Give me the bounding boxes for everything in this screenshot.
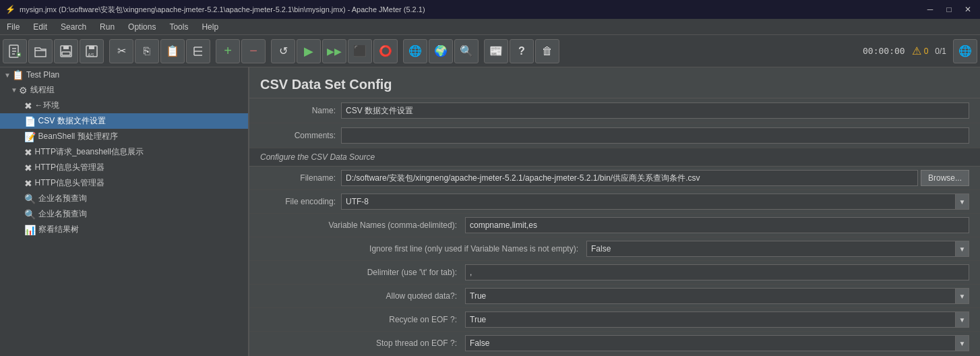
file-encoding-value: UTF-8 xyxy=(342,197,955,206)
allow-quoted-dropdown[interactable]: True ▼ xyxy=(465,288,969,304)
toolbar: AS ✂ ⎘ 📋 + − ↺ ▶ ▶▶ ⬛ ⭕ 🌐 🌍 🔍 📰 ? 🗑 00:0… xyxy=(0,35,980,67)
help-button[interactable]: ? xyxy=(510,39,534,63)
tree-label-test-plan: Test Plan xyxy=(26,70,59,80)
timer-display: 00:00:00 xyxy=(863,46,905,56)
tree-item-csv-config[interactable]: 📄 CSV 数据文件设置 xyxy=(0,113,248,129)
open-button[interactable] xyxy=(28,39,53,63)
warning-indicator: ⚠ 0 xyxy=(912,44,929,57)
allow-quoted-label: Allow quoted data?: xyxy=(260,291,462,301)
menu-run[interactable]: Run xyxy=(93,19,121,34)
delimiter-input[interactable] xyxy=(465,264,969,280)
paste-button[interactable]: 📋 xyxy=(160,39,185,63)
add-button[interactable]: + xyxy=(216,39,240,63)
tree-label-query1: 企业名预查询 xyxy=(38,193,87,204)
env-icon: ✖ xyxy=(24,100,32,111)
warning-count: 0 xyxy=(924,47,929,56)
maximize-button[interactable]: □ xyxy=(942,3,956,16)
tree-item-result-tree[interactable]: 📊 察看结果树 xyxy=(0,222,248,237)
file-encoding-arrow-icon[interactable]: ▼ xyxy=(955,194,969,209)
variable-names-input[interactable] xyxy=(465,217,969,233)
svg-rect-8 xyxy=(63,46,69,49)
comments-row: Comments: xyxy=(249,123,980,148)
delimiter-row: Delimiter (use '\t' for tab): xyxy=(249,261,980,285)
tree-item-http-request[interactable]: ✖ HTTP请求_beanshell信息展示 xyxy=(0,144,248,160)
allow-quoted-row: Allow quoted data?: True ▼ xyxy=(249,285,980,308)
remote-stop-button[interactable]: 🔍 xyxy=(454,39,479,63)
recycle-eof-arrow-icon[interactable]: ▼ xyxy=(955,312,969,327)
minimize-button[interactable]: ─ xyxy=(923,3,937,16)
stat-display: 0/1 xyxy=(935,47,946,56)
cut-button[interactable]: ✂ xyxy=(109,39,133,63)
svg-rect-9 xyxy=(62,52,70,55)
globe-button[interactable]: 🌐 xyxy=(953,39,977,63)
log-button[interactable]: 📰 xyxy=(484,39,508,63)
ignore-first-line-arrow-icon[interactable]: ▼ xyxy=(955,241,969,256)
svg-rect-11 xyxy=(89,46,94,49)
menu-edit[interactable]: Edit xyxy=(26,19,54,34)
remote-start-all-button[interactable]: 🌍 xyxy=(429,39,453,63)
tree-label-result-tree: 察看结果树 xyxy=(38,224,79,235)
start-button[interactable]: ▶ xyxy=(297,39,321,63)
recycle-eof-dropdown[interactable]: True ▼ xyxy=(465,312,969,328)
tree-item-query1[interactable]: 🔍 企业名预查询 xyxy=(0,191,248,206)
expand-icon-http-req xyxy=(19,148,23,156)
recycle-eof-row: Recycle on EOF ?: True ▼ xyxy=(249,308,980,332)
comments-input[interactable] xyxy=(341,127,969,144)
copy-button[interactable]: ⎘ xyxy=(135,39,159,63)
expand-icon-csv xyxy=(19,117,23,125)
stop-thread-eof-label: Stop thread on EOF ?: xyxy=(260,338,462,348)
remote-start-button[interactable]: 🌐 xyxy=(403,39,427,63)
stop-thread-eof-dropdown[interactable]: False ▼ xyxy=(465,335,969,351)
svg-text:AS: AS xyxy=(88,53,94,57)
delimiter-label: Delimiter (use '\t' for tab): xyxy=(260,268,462,277)
tree-item-query2[interactable]: 🔍 企业名预查询 xyxy=(0,206,248,222)
menu-tools[interactable]: Tools xyxy=(162,19,195,34)
stop-button[interactable]: ⬛ xyxy=(348,39,372,63)
ignore-first-line-dropdown[interactable]: False ▼ xyxy=(586,241,969,257)
menu-help[interactable]: Help xyxy=(195,19,225,34)
save-button[interactable] xyxy=(54,39,78,63)
main-area: ▼ 📋 Test Plan ▼ ⚙ 线程组 ✖ ←环境 📄 CSV 数据文件设置… xyxy=(0,67,980,356)
stop-thread-eof-row: Stop thread on EOF ?: False ▼ xyxy=(249,332,980,355)
stop-thread-eof-arrow-icon[interactable]: ▼ xyxy=(955,336,969,351)
window-controls: ─ □ ✕ xyxy=(923,3,975,16)
tree-item-thread-group[interactable]: ▼ ⚙ 线程组 xyxy=(0,82,248,98)
name-input[interactable] xyxy=(341,102,969,119)
http-request-icon: ✖ xyxy=(24,147,32,158)
file-encoding-dropdown[interactable]: UTF-8 ▼ xyxy=(341,194,969,210)
allow-quoted-arrow-icon[interactable]: ▼ xyxy=(955,289,969,303)
tree-label-csv-config: CSV 数据文件设置 xyxy=(38,115,106,127)
ignore-first-line-value: False xyxy=(587,244,955,254)
tree-label-beanshell: BeanShell 预处理程序 xyxy=(38,131,118,142)
clear-button[interactable]: 🗑 xyxy=(535,39,559,63)
tree-item-http-header2[interactable]: ✖ HTTP信息头管理器 xyxy=(0,175,248,191)
filename-row: Filename: D:/software/安装包/xingneng/apach… xyxy=(249,167,980,190)
menu-bar: File Edit Search Run Options Tools Help xyxy=(0,19,980,35)
tree-label-http-request: HTTP请求_beanshell信息展示 xyxy=(35,146,144,158)
save-as-button[interactable]: AS xyxy=(80,39,104,63)
shutdown-button[interactable]: ⭕ xyxy=(373,39,398,63)
test-plan-icon: 📋 xyxy=(12,69,24,80)
name-label: Name: xyxy=(260,106,341,115)
reset-button[interactable]: ↺ xyxy=(271,39,295,63)
new-button[interactable] xyxy=(3,39,27,63)
tree-item-http-header1[interactable]: ✖ HTTP信息头管理器 xyxy=(0,160,248,175)
menu-options[interactable]: Options xyxy=(121,19,162,34)
tree-item-env[interactable]: ✖ ←环境 xyxy=(0,98,248,113)
expand-icon-test-plan: ▼ xyxy=(4,71,11,79)
ignore-first-line-row: Ignore first line (only used if Variable… xyxy=(249,237,980,261)
tree-item-test-plan[interactable]: ▼ 📋 Test Plan xyxy=(0,67,248,82)
expand-icon-thread-group: ▼ xyxy=(11,86,18,94)
menu-file[interactable]: File xyxy=(0,19,26,34)
menu-search[interactable]: Search xyxy=(54,19,93,34)
http-header2-icon: ✖ xyxy=(24,178,32,189)
result-tree-icon: 📊 xyxy=(24,225,36,235)
browse-button[interactable]: Browse... xyxy=(921,170,969,186)
expand-button[interactable] xyxy=(186,39,210,63)
recycle-eof-label: Recycle on EOF ?: xyxy=(260,315,462,324)
ignore-first-line-label: Ignore first line (only used if Variable… xyxy=(260,244,584,254)
start-no-pause-button[interactable]: ▶▶ xyxy=(322,39,346,63)
tree-item-beanshell[interactable]: 📝 BeanShell 预处理程序 xyxy=(0,129,248,144)
close-button[interactable]: ✕ xyxy=(961,3,975,16)
remove-button[interactable]: − xyxy=(241,39,266,63)
